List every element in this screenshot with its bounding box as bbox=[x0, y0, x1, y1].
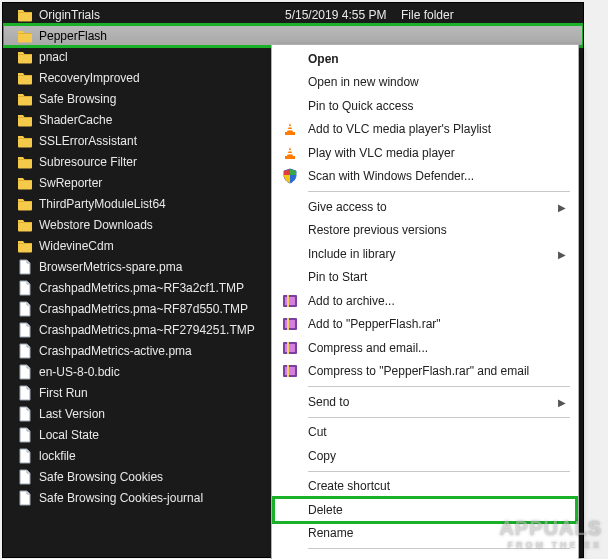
file-icon bbox=[17, 322, 33, 338]
ctx-pin-quick-access[interactable]: Pin to Quick access bbox=[274, 94, 576, 118]
folder-icon bbox=[17, 7, 33, 23]
file-name: en-US-8-0.bdic bbox=[39, 365, 285, 379]
ctx-restore-label: Restore previous versions bbox=[308, 223, 447, 237]
file-name: PepperFlash bbox=[39, 29, 285, 43]
file-icon bbox=[17, 301, 33, 317]
ctx-cut[interactable]: Cut bbox=[274, 421, 576, 445]
folder-icon bbox=[17, 217, 33, 233]
file-name: First Run bbox=[39, 386, 285, 400]
ctx-add-named-label: Add to "PepperFlash.rar" bbox=[308, 317, 441, 331]
ctx-add-archive[interactable]: Add to archive... bbox=[274, 289, 576, 313]
ctx-compress-email-label: Compress and email... bbox=[308, 341, 428, 355]
ctx-vlc-add-label: Add to VLC media player's Playlist bbox=[308, 122, 491, 136]
ctx-delete[interactable]: Delete bbox=[274, 498, 576, 522]
defender-shield-icon bbox=[282, 168, 298, 184]
submenu-arrow-icon: ▶ bbox=[558, 396, 566, 407]
winrar-icon bbox=[282, 316, 298, 332]
file-icon bbox=[17, 448, 33, 464]
winrar-icon bbox=[282, 363, 298, 379]
ctx-compress-named-email[interactable]: Compress to "PepperFlash.rar" and email bbox=[274, 360, 576, 384]
ctx-open-new-window[interactable]: Open in new window bbox=[274, 71, 576, 95]
winrar-icon bbox=[282, 293, 298, 309]
ctx-send-to-label: Send to bbox=[308, 395, 349, 409]
folder-icon bbox=[17, 196, 33, 212]
folder-icon bbox=[17, 70, 33, 86]
folder-icon bbox=[17, 49, 33, 65]
file-icon bbox=[17, 280, 33, 296]
file-name: Subresource Filter bbox=[39, 155, 285, 169]
separator bbox=[308, 548, 570, 549]
ctx-pin-quick-label: Pin to Quick access bbox=[308, 99, 413, 113]
file-icon bbox=[17, 469, 33, 485]
folder-icon bbox=[17, 238, 33, 254]
file-name: Webstore Downloads bbox=[39, 218, 285, 232]
folder-icon bbox=[17, 112, 33, 128]
context-menu: Open Open in new window Pin to Quick acc… bbox=[271, 44, 579, 559]
ctx-include-library[interactable]: Include in library▶ bbox=[274, 242, 576, 266]
ctx-give-access-to[interactable]: Give access to▶ bbox=[274, 195, 576, 219]
vlc-icon bbox=[282, 145, 298, 161]
folder-icon bbox=[17, 175, 33, 191]
file-name: pnacl bbox=[39, 50, 285, 64]
ctx-compress-email[interactable]: Compress and email... bbox=[274, 336, 576, 360]
file-name: CrashpadMetrics.pma~RF3a2cf1.TMP bbox=[39, 281, 285, 295]
file-name: Safe Browsing bbox=[39, 92, 285, 106]
separator bbox=[308, 386, 570, 387]
file-name: CrashpadMetrics.pma~RF87d550.TMP bbox=[39, 302, 285, 316]
highlight-annotation: PepperFlash bbox=[3, 25, 583, 46]
file-name: ThirdPartyModuleList64 bbox=[39, 197, 285, 211]
ctx-rename-label: Rename bbox=[308, 526, 353, 540]
file-name: Safe Browsing Cookies-journal bbox=[39, 491, 285, 505]
ctx-rename[interactable]: Rename bbox=[274, 522, 576, 546]
file-name: SwReporter bbox=[39, 176, 285, 190]
ctx-add-to-named-rar[interactable]: Add to "PepperFlash.rar" bbox=[274, 313, 576, 337]
file-name: RecoveryImproved bbox=[39, 71, 285, 85]
file-icon bbox=[17, 490, 33, 506]
submenu-arrow-icon: ▶ bbox=[558, 248, 566, 259]
file-name: Safe Browsing Cookies bbox=[39, 470, 285, 484]
ctx-vlc-play[interactable]: Play with VLC media player bbox=[274, 141, 576, 165]
separator bbox=[308, 191, 570, 192]
ctx-send-to[interactable]: Send to▶ bbox=[274, 390, 576, 414]
file-name: BrowserMetrics-spare.pma bbox=[39, 260, 285, 274]
ctx-pin-start-label: Pin to Start bbox=[308, 270, 367, 284]
ctx-shortcut-label: Create shortcut bbox=[308, 479, 390, 493]
folder-icon bbox=[17, 133, 33, 149]
ctx-copy-label: Copy bbox=[308, 449, 336, 463]
file-type: File folder bbox=[401, 8, 501, 22]
ctx-cut-label: Cut bbox=[308, 425, 327, 439]
ctx-restore-versions[interactable]: Restore previous versions bbox=[274, 219, 576, 243]
file-icon bbox=[17, 406, 33, 422]
file-name: ShaderCache bbox=[39, 113, 285, 127]
ctx-properties[interactable]: Properties bbox=[274, 552, 576, 559]
ctx-vlc-add-playlist[interactable]: Add to VLC media player's Playlist bbox=[274, 118, 576, 142]
folder-icon bbox=[17, 154, 33, 170]
file-icon bbox=[17, 427, 33, 443]
file-row[interactable]: OriginTrials5/15/2019 4:55 PMFile folder bbox=[3, 4, 583, 25]
file-name: Local State bbox=[39, 428, 285, 442]
folder-icon bbox=[17, 28, 33, 44]
submenu-arrow-icon: ▶ bbox=[558, 201, 566, 212]
folder-icon bbox=[17, 91, 33, 107]
ctx-library-label: Include in library bbox=[308, 247, 395, 261]
file-icon bbox=[17, 364, 33, 380]
file-name: SSLErrorAssistant bbox=[39, 134, 285, 148]
ctx-open[interactable]: Open bbox=[274, 47, 576, 71]
file-name: CrashpadMetrics-active.pma bbox=[39, 344, 285, 358]
file-row[interactable]: PepperFlash bbox=[3, 25, 583, 46]
file-icon bbox=[17, 259, 33, 275]
ctx-give-access-label: Give access to bbox=[308, 200, 387, 214]
file-name: CrashpadMetrics.pma~RF2794251.TMP bbox=[39, 323, 285, 337]
file-date: 5/15/2019 4:55 PM bbox=[285, 8, 401, 22]
ctx-copy[interactable]: Copy bbox=[274, 444, 576, 468]
file-name: WidevineCdm bbox=[39, 239, 285, 253]
ctx-delete-label: Delete bbox=[308, 503, 343, 517]
vlc-icon bbox=[282, 121, 298, 137]
ctx-defender-label: Scan with Windows Defender... bbox=[308, 169, 474, 183]
ctx-pin-start[interactable]: Pin to Start bbox=[274, 266, 576, 290]
ctx-create-shortcut[interactable]: Create shortcut bbox=[274, 475, 576, 499]
file-icon bbox=[17, 343, 33, 359]
ctx-compress-named-label: Compress to "PepperFlash.rar" and email bbox=[308, 364, 529, 378]
ctx-scan-defender[interactable]: Scan with Windows Defender... bbox=[274, 165, 576, 189]
file-name: lockfile bbox=[39, 449, 285, 463]
